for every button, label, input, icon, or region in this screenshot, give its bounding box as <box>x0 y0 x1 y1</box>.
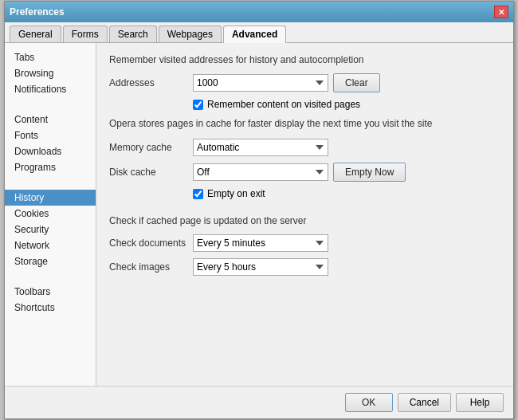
sidebar-item-fonts[interactable]: Fonts <box>5 128 96 143</box>
empty-on-exit-row: Empty on exit <box>193 188 500 199</box>
tab-forms[interactable]: Forms <box>63 26 108 42</box>
sidebar-group-2: Content Fonts Downloads Programs <box>5 112 96 175</box>
tab-advanced[interactable]: Advanced <box>223 26 286 43</box>
window-title: Preferences <box>10 6 65 18</box>
disk-cache-row: Disk cache Off Automatic Manual Empty No… <box>109 163 500 182</box>
sidebar-item-security[interactable]: Security <box>5 222 96 237</box>
disk-cache-control: Off Automatic Manual Empty Now <box>193 163 500 182</box>
tab-search[interactable]: Search <box>109 26 157 42</box>
addresses-control-group: 1000 500 200 Clear <box>193 73 500 92</box>
sidebar-group-1: Tabs Browsing Notifications <box>5 49 96 97</box>
sidebar: Tabs Browsing Notifications Content Font… <box>5 43 96 386</box>
ok-button[interactable]: OK <box>345 393 393 412</box>
help-button[interactable]: Help <box>456 393 504 412</box>
sidebar-item-network[interactable]: Network <box>5 237 96 253</box>
memory-cache-row: Memory cache Automatic Off Manual <box>109 139 500 156</box>
remember-content-label: Remember content on visited pages <box>207 99 360 110</box>
tab-webpages[interactable]: Webpages <box>159 26 222 42</box>
clear-button[interactable]: Clear <box>333 73 380 92</box>
main-panel: Remember visited addresses for history a… <box>96 43 513 386</box>
sidebar-item-shortcuts[interactable]: Shortcuts <box>5 300 96 316</box>
bottom-bar: OK Cancel Help <box>5 386 513 418</box>
remember-content-row: Remember content on visited pages <box>193 99 500 110</box>
addresses-select[interactable]: 1000 500 200 <box>193 74 328 92</box>
cancel-button[interactable]: Cancel <box>398 393 451 412</box>
check-images-select[interactable]: Every 5 hours Every day Always Never <box>193 258 328 276</box>
empty-on-exit-label: Empty on exit <box>207 188 265 199</box>
sidebar-item-browsing[interactable]: Browsing <box>5 65 96 81</box>
memory-cache-label: Memory cache <box>109 142 193 153</box>
check-images-control: Every 5 hours Every day Always Never <box>193 258 500 276</box>
check-images-row: Check images Every 5 hours Every day Alw… <box>109 258 500 276</box>
memory-cache-control: Automatic Off Manual <box>193 139 500 156</box>
empty-now-button[interactable]: Empty Now <box>333 163 406 182</box>
memory-cache-select[interactable]: Automatic Off Manual <box>193 139 328 156</box>
disk-cache-select[interactable]: Off Automatic Manual <box>193 163 328 181</box>
history-section-title: Remember visited addresses for history a… <box>109 54 500 65</box>
sidebar-item-history[interactable]: History <box>5 190 96 206</box>
titlebar: Preferences ✕ <box>5 2 513 22</box>
sidebar-item-toolbars[interactable]: Toolbars <box>5 284 96 300</box>
check-section-title: Check if cached page is updated on the s… <box>109 215 500 226</box>
empty-on-exit-checkbox[interactable] <box>193 189 203 199</box>
check-images-label: Check images <box>109 261 193 273</box>
content-area: Tabs Browsing Notifications Content Font… <box>5 43 513 386</box>
check-documents-label: Check documents <box>109 237 193 249</box>
remember-content-checkbox[interactable] <box>193 100 203 110</box>
cache-info: Opera stores pages in cache for faster d… <box>109 116 500 131</box>
disk-cache-label: Disk cache <box>109 167 193 178</box>
addresses-row: Addresses 1000 500 200 Clear <box>109 73 500 92</box>
sidebar-item-tabs[interactable]: Tabs <box>5 49 96 65</box>
tabs-bar: General Forms Search Webpages Advanced <box>5 22 513 43</box>
check-documents-row: Check documents Every 5 minutes Every ho… <box>109 234 500 252</box>
check-documents-select[interactable]: Every 5 minutes Every hour Always Never <box>193 234 328 252</box>
addresses-label: Addresses <box>109 77 193 88</box>
sidebar-item-cookies[interactable]: Cookies <box>5 206 96 222</box>
sidebar-item-notifications[interactable]: Notifications <box>5 81 96 97</box>
sidebar-item-storage[interactable]: Storage <box>5 253 96 269</box>
sidebar-item-downloads[interactable]: Downloads <box>5 143 96 159</box>
close-button[interactable]: ✕ <box>494 6 508 18</box>
sidebar-group-3: History Cookies Security Network Storage <box>5 190 96 269</box>
tab-general[interactable]: General <box>10 26 61 42</box>
check-documents-control: Every 5 minutes Every hour Always Never <box>193 234 500 252</box>
sidebar-item-content[interactable]: Content <box>5 112 96 128</box>
sidebar-item-programs[interactable]: Programs <box>5 159 96 175</box>
preferences-window: Preferences ✕ General Forms Search Webpa… <box>4 1 514 419</box>
sidebar-group-4: Toolbars Shortcuts <box>5 284 96 316</box>
